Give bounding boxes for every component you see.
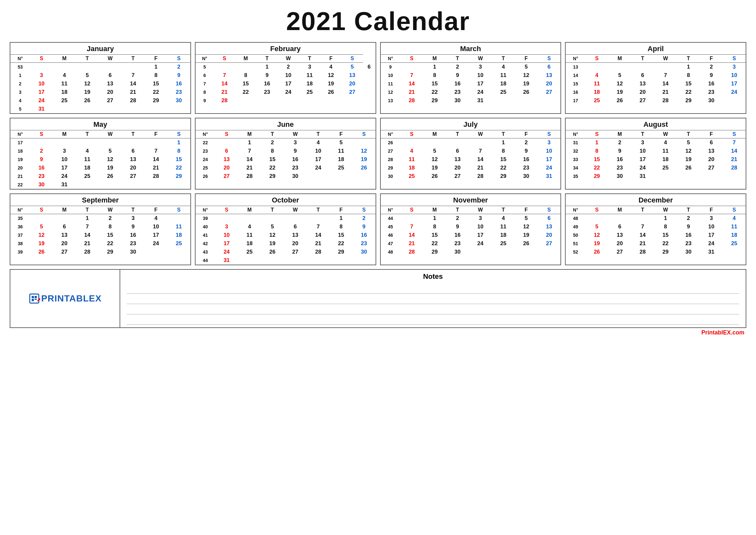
day-cell (76, 181, 99, 189)
day-cell: 27 (342, 88, 363, 97)
col-header-w: W (284, 206, 307, 214)
col-header-m: M (235, 55, 256, 63)
day-cell (700, 172, 723, 181)
day-cell: 19 (98, 164, 122, 172)
day-cell: 4 (76, 147, 99, 155)
col-header-m: M (53, 206, 76, 214)
day-cell: 22 (585, 164, 608, 172)
day-cell: 20 (608, 239, 631, 248)
col-header-s: S (353, 130, 376, 138)
week-number: 23 (196, 147, 215, 155)
week-row: 2627282930 (196, 172, 376, 181)
month-title: March (381, 43, 561, 54)
col-header-t: T (492, 206, 515, 214)
week-number: 44 (196, 256, 215, 265)
week-row: 5119202122232425 (566, 239, 746, 248)
month-block-august: AugustN°SMTWTFS3112345673289101112131433… (565, 118, 746, 189)
col-header-t: T (307, 130, 330, 138)
day-cell: 7 (654, 71, 677, 80)
day-cell: 30 (446, 97, 469, 105)
day-cell: 5 (515, 63, 538, 71)
day-cell: 12 (515, 223, 538, 231)
week-number: 22 (196, 138, 215, 147)
day-cell: 7 (400, 71, 423, 80)
day-cell (261, 214, 284, 223)
day-cell: 21 (145, 164, 167, 172)
day-cell: 15 (423, 80, 446, 88)
col-header-w: W (98, 206, 122, 214)
day-cell: 23 (256, 88, 278, 97)
week-row: 2123242526272829 (10, 172, 190, 181)
week-row: 13456789 (10, 71, 190, 80)
notes-line (127, 314, 739, 325)
month-block-february: FebruaryN°SMTWTFS51234566789101112137141… (195, 42, 376, 114)
day-cell (278, 97, 299, 105)
week-number: 9 (381, 63, 400, 71)
day-cell: 16 (608, 155, 631, 164)
day-cell: 22 (98, 239, 122, 248)
day-cell: 9 (700, 71, 723, 80)
col-header-n°: N° (566, 206, 585, 214)
week-row: 2413141516171819 (196, 155, 376, 164)
col-header-m: M (238, 206, 261, 214)
col-header-n°: N° (10, 206, 30, 214)
day-cell: 24 (145, 239, 167, 248)
day-cell: 6 (537, 63, 560, 71)
week-number: 21 (10, 172, 30, 181)
col-header-s: S (215, 130, 238, 138)
day-cell: 2 (353, 214, 376, 223)
day-cell: 28 (145, 172, 167, 181)
day-cell: 20 (284, 239, 307, 248)
day-cell: 4 (53, 71, 76, 80)
day-cell: 1 (677, 63, 700, 71)
col-header-s: S (215, 206, 238, 214)
day-cell (145, 105, 167, 113)
month-title: May (10, 118, 190, 130)
day-cell: 27 (98, 97, 122, 105)
week-number: 49 (566, 223, 585, 231)
day-cell: 8 (677, 71, 700, 80)
col-header-f: F (320, 55, 342, 63)
day-cell (307, 172, 330, 181)
col-header-t: T (631, 206, 654, 214)
col-header-f: F (515, 55, 538, 63)
day-cell: 13 (537, 71, 560, 80)
day-cell: 4 (492, 63, 515, 71)
week-row: 481234 (566, 214, 746, 223)
day-cell: 16 (353, 231, 376, 239)
day-cell: 8 (330, 223, 353, 231)
day-cell (98, 181, 122, 189)
svg-rect-0 (30, 294, 39, 303)
week-number: 17 (566, 97, 585, 105)
col-header-w: W (284, 130, 307, 138)
day-cell (284, 214, 307, 223)
day-cell: 12 (76, 80, 99, 88)
week-number: 46 (381, 231, 400, 239)
week-number: 40 (196, 223, 215, 231)
month-block-november: NovemberN°SMTWTFS44123456457891011121346… (380, 193, 561, 265)
day-cell: 8 (423, 71, 446, 80)
day-cell: 24 (700, 239, 723, 248)
day-cell: 3 (469, 63, 492, 71)
day-cell: 18 (723, 231, 746, 239)
day-cell: 6 (446, 147, 469, 155)
day-cell: 20 (537, 231, 560, 239)
day-cell: 31 (53, 181, 76, 189)
week-number: 15 (566, 80, 585, 88)
day-cell: 20 (53, 239, 76, 248)
col-header-t: T (492, 55, 515, 63)
day-cell: 7 (631, 223, 654, 231)
day-cell: 25 (330, 164, 353, 172)
day-cell: 18 (330, 155, 353, 164)
col-header-s: S (400, 130, 423, 138)
col-header-w: W (98, 130, 122, 138)
day-cell: 10 (307, 147, 330, 155)
day-cell: 2 (278, 63, 299, 71)
watermark: PrintablEX.com (10, 328, 746, 337)
day-cell (608, 214, 631, 223)
day-cell: 6 (122, 147, 145, 155)
week-row: 223031 (10, 181, 190, 189)
day-cell: 25 (53, 97, 76, 105)
day-cell (76, 63, 99, 71)
month-table: N°SMTWTFS2212345236789101112241314151617… (196, 130, 376, 181)
